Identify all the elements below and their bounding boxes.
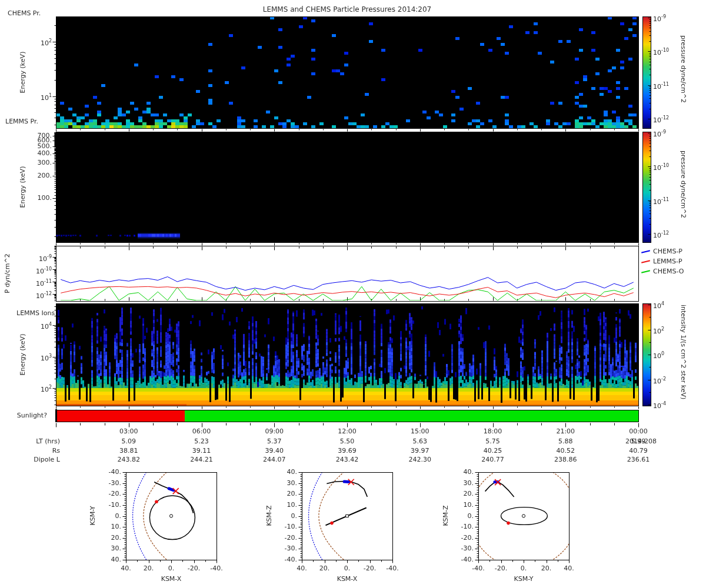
ephemeris-value: 238.86 [545, 456, 586, 463]
orbit-ytick: 20. [101, 534, 121, 542]
ytick-pressure: 10-12 [24, 290, 52, 300]
time-tick-label: 09:00 [254, 427, 295, 435]
panel-label-lemms-ions: LEMMS Ions [16, 309, 55, 317]
orbit-xtick: -40. [468, 564, 489, 572]
orbit-ytick: -20. [277, 534, 297, 542]
ytick-ions: 102 [28, 383, 52, 393]
orbit-ytick: 40. [277, 468, 297, 476]
orbit-ytick: -20. [454, 534, 474, 542]
axis-label-energy-ions: Energy (keV) [19, 334, 26, 376]
orbit-xtick: 20. [536, 564, 557, 572]
legend-item-lemms-p: LEMMS-P [641, 258, 682, 265]
orbit-xtick: -40. [382, 564, 403, 572]
orbit-ytick: 20. [454, 490, 474, 497]
ephemeris-value: 39.40 [254, 447, 295, 455]
cbtick-pressure-1: 10-9 [653, 13, 666, 23]
ytick-chems: 102 [28, 37, 52, 47]
cbtick-intensity: 10-2 [653, 375, 666, 385]
cbtick-pressure-2: 10-11 [653, 196, 669, 206]
orbit-ytick: -40. [454, 556, 474, 563]
colorbar-label-intensity: intensity 1/(s cm^2 ster keV) [680, 305, 687, 399]
cbtick-pressure-2: 10-9 [653, 128, 666, 138]
ephemeris-value: 5.37 [254, 437, 295, 445]
colorbar-label-pressure-1: pressure dyne/cm^2 [680, 35, 687, 103]
legend-label: CHEMS-P [653, 248, 682, 255]
orbit-xtick: -20. [184, 564, 205, 572]
ephemeris-row-label-rs: Rs [19, 447, 60, 455]
sunlight-label: Sunlight? [0, 412, 47, 419]
cbtick-pressure-1: 10-11 [653, 81, 669, 91]
time-tick-label: 18:00 [472, 427, 514, 435]
orbit-xtick: -40. [206, 564, 227, 572]
orbit-ytick: 10. [454, 501, 474, 509]
ephemeris-value: 40.25 [472, 447, 514, 455]
time-tick-label: 21:00 [545, 427, 586, 435]
panel-label-chems-pressure: CHEMS Pr. [8, 9, 41, 17]
time-tick-label: 15:00 [399, 427, 441, 435]
ephemeris-value: 40.79 [618, 447, 659, 455]
orbit-ytick: -10. [454, 523, 474, 530]
axis-label-ksm-x-2: KSM-X [318, 575, 377, 583]
orbit-ytick: 30. [101, 544, 121, 552]
ephemeris-value: 5.23 [181, 437, 222, 445]
axis-label-pressure: P dyn/cm^2 [4, 253, 11, 293]
orbit-ytick: -40. [101, 468, 121, 476]
orbit-ytick: -30. [454, 544, 474, 552]
legend-item-chems-o: CHEMS-O [641, 268, 684, 275]
ephemeris-value: 240.77 [472, 456, 514, 463]
orbit-ytick: 10. [101, 523, 121, 530]
ytick-pressure: 10-11 [24, 278, 52, 288]
ytick-pressure: 10-10 [24, 265, 52, 275]
legend-item-chems-p: CHEMS-P [641, 248, 682, 255]
ytick-lemms: 400. [28, 149, 52, 157]
ephemeris-value: 5.99 [618, 437, 659, 445]
ephemeris-value: 236.61 [618, 456, 659, 463]
orbit-ytick: -30. [101, 479, 121, 487]
ephemeris-value: 243.82 [108, 456, 149, 463]
orbit-ytick: 40. [101, 556, 121, 563]
orbit-xtick: 0. [513, 564, 534, 572]
orbit-ytick: 40. [454, 468, 474, 476]
cbtick-intensity: 10-4 [653, 400, 666, 410]
ephemeris-row-label-dipole-l: Dipole L [19, 456, 60, 463]
axis-label-energy-lemms: Energy (keV) [19, 166, 26, 208]
orbit-ytick: 0. [277, 512, 297, 520]
orbit-ytick: -30. [277, 544, 297, 552]
axis-label-ksm-z-2: KSM-Z [442, 505, 449, 526]
orbit-xtick: 0. [337, 564, 358, 572]
orbit-ytick: 20. [277, 490, 297, 497]
ephemeris-value: 39.97 [399, 447, 441, 455]
orbit-xtick: 40. [115, 564, 136, 572]
ytick-lemms: 300. [28, 159, 52, 166]
orbit-ytick: 10. [277, 501, 297, 509]
orbit-ytick: -40. [277, 556, 297, 563]
time-tick-label: 12:00 [327, 427, 368, 435]
legend-line-chems-p [641, 250, 650, 253]
orbit-xtick: -20. [491, 564, 512, 572]
orbit-xtick: 20. [314, 564, 335, 572]
cbtick-pressure-2: 10-10 [653, 162, 669, 172]
ytick-lemms: 100. [28, 194, 52, 202]
ephemeris-value: 242.30 [399, 456, 441, 463]
ephemeris-value: 39.69 [327, 447, 368, 455]
orbit-ytick: -10. [101, 501, 121, 509]
cbtick-pressure-1: 10-10 [653, 46, 669, 56]
cbtick-pressure-1: 10-12 [653, 114, 669, 124]
page-title: LEMMS and CHEMS Particle Pressures 2014:… [200, 6, 494, 14]
figure-window: LEMMS and CHEMS Particle Pressures 2014:… [0, 0, 706, 588]
time-tick-label: 00:00 [618, 427, 659, 435]
ephemeris-value: 5.75 [472, 437, 514, 445]
cbtick-intensity: 100 [653, 350, 664, 360]
time-tick-label: 03:00 [108, 427, 149, 435]
orbit-xtick: 40. [291, 564, 312, 572]
orbit-ytick: 0. [101, 512, 121, 520]
axis-label-ksm-y-bottom: KSM-Y [494, 575, 553, 583]
ytick-lemms: 200. [28, 172, 52, 179]
ephemeris-value: 39.11 [181, 447, 222, 455]
legend-line-lemms-p [641, 260, 650, 263]
plot-canvas [0, 0, 706, 588]
ephemeris-value: 5.09 [108, 437, 149, 445]
ephemeris-value: 40.52 [545, 447, 586, 455]
cbtick-intensity: 102 [653, 325, 664, 335]
ephemeris-value: 38.81 [108, 447, 149, 455]
